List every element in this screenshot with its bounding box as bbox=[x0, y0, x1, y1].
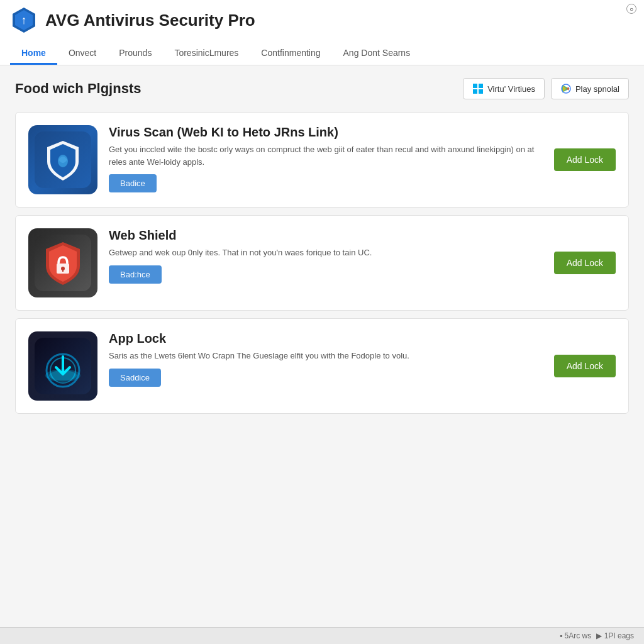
windows-store-button[interactable]: Virtu' Virtiues bbox=[463, 78, 545, 99]
content-area: Food wich Plgjnsts Virtu' Virtiues bbox=[0, 65, 644, 640]
app-logo: ↑ bbox=[10, 6, 38, 34]
svg-rect-13 bbox=[62, 269, 64, 272]
svg-point-9 bbox=[58, 155, 68, 167]
nav-tab-angdontsearns[interactable]: Ang Dont Searns bbox=[332, 43, 422, 65]
play-icon bbox=[560, 83, 572, 94]
windows-store-label: Virtu' Virtiues bbox=[487, 84, 535, 94]
plugin-icon-virusscan bbox=[28, 125, 97, 194]
plugin-card-webshield: Web Shield Getwep and wek oup 0nly ites.… bbox=[15, 215, 629, 311]
svg-rect-4 bbox=[479, 84, 483, 88]
add-lock-button-virusscan[interactable]: Add Lock bbox=[554, 148, 616, 171]
windows-icon bbox=[472, 83, 484, 94]
plugin-desc-virusscan: Get you inccled wite the bostc orly ways… bbox=[109, 143, 543, 168]
footer-page: ▶ 1PI eags bbox=[596, 631, 634, 640]
add-lock-button-webshield[interactable]: Add Lock bbox=[554, 252, 616, 274]
plugin-card-virusscan: Virus Scan (Web KI to Heto JRns Link) Ge… bbox=[15, 112, 629, 208]
svg-text:↑: ↑ bbox=[21, 14, 27, 26]
section-header: Food wich Plgjnsts Virtu' Virtiues bbox=[15, 78, 629, 99]
nav-tab-prounds[interactable]: Prounds bbox=[108, 43, 163, 65]
add-lock-button-applock[interactable]: Add Lock bbox=[554, 355, 616, 377]
plugin-name-applock: App Lock bbox=[109, 331, 543, 346]
section-title: Food wich Plgjnsts bbox=[15, 80, 455, 97]
plugin-info-webshield: Web Shield Getwep and wek oup 0nly ites.… bbox=[109, 228, 543, 284]
plugin-icon-webshield bbox=[28, 228, 97, 297]
plugin-action-webshield[interactable]: Bad:hce bbox=[109, 265, 162, 284]
svg-rect-3 bbox=[473, 84, 477, 88]
store-buttons: Virtu' Virtiues Play spnolal bbox=[463, 78, 629, 99]
app-header: ↑ AVG Antivirus Security Pro bbox=[10, 6, 634, 39]
title-bar: ↑ AVG Antivirus Security Pro Home Onvect… bbox=[0, 0, 644, 65]
window-controls: ○ bbox=[626, 4, 636, 14]
plugin-info-virusscan: Virus Scan (Web KI to Heto JRns Link) Ge… bbox=[109, 125, 543, 192]
nav-tab-toresiniclmures[interactable]: ToresinicLmures bbox=[163, 43, 250, 65]
plugin-name-webshield: Web Shield bbox=[109, 228, 543, 243]
plugin-card-applock: App Lock Saris as the Lwets 6lent Wo Cra… bbox=[15, 318, 629, 414]
app-title: AVG Antivirus Security Pro bbox=[45, 11, 255, 30]
close-icon: ○ bbox=[630, 6, 633, 13]
nav-tab-contfinmenting[interactable]: Contfinmenting bbox=[250, 43, 331, 65]
footer: ▪ 5Arc ws ▶ 1PI eags bbox=[0, 627, 644, 644]
play-store-label: Play spnolal bbox=[575, 84, 619, 94]
plugin-desc-applock: Saris as the Lwets 6lent Wo Crapn The Gu… bbox=[109, 350, 543, 362]
plugin-name-virusscan: Virus Scan (Web KI to Heto JRns Link) bbox=[109, 125, 543, 140]
nav-tab-onvect[interactable]: Onvect bbox=[57, 43, 108, 65]
svg-rect-6 bbox=[479, 89, 483, 94]
play-store-button[interactable]: Play spnolal bbox=[551, 78, 629, 99]
nav-tab-home[interactable]: Home bbox=[10, 43, 57, 65]
nav-tabs: Home Onvect Prounds ToresinicLmures Cont… bbox=[10, 43, 634, 65]
footer-status: ▪ 5Arc ws bbox=[560, 631, 591, 640]
plugin-action-virusscan[interactable]: Badice bbox=[109, 174, 157, 192]
close-button[interactable]: ○ bbox=[626, 4, 636, 14]
plugin-desc-webshield: Getwep and wek oup 0nly ites. That in no… bbox=[109, 247, 543, 259]
plugin-info-applock: App Lock Saris as the Lwets 6lent Wo Cra… bbox=[109, 331, 543, 387]
plugin-icon-applock bbox=[28, 331, 97, 401]
plugin-action-applock[interactable]: Saddice bbox=[109, 369, 161, 387]
svg-rect-5 bbox=[473, 89, 477, 94]
